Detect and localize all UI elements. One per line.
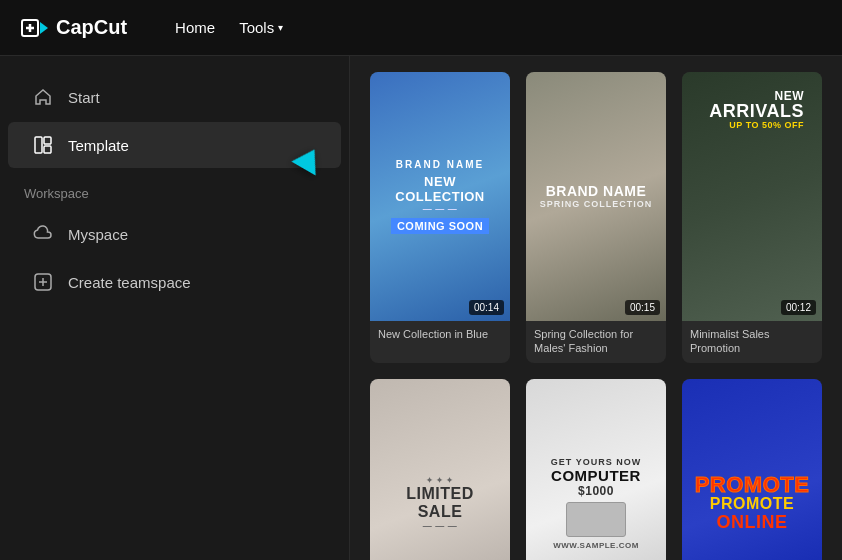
- card-thumb-5: GET YOURS NOW COMPUTER $1000 WWW.SAMPLE.…: [526, 379, 666, 560]
- sidebar-create-teamspace-label: Create teamspace: [68, 274, 191, 291]
- sidebar-item-start[interactable]: Start: [8, 74, 341, 120]
- card-thumb-3: NEW ARRIVALS UP TO 50% OFF 00:12: [682, 72, 822, 321]
- app-body: Start Template Workspace Myspace: [0, 56, 842, 560]
- sidebar-template-label: Template: [68, 137, 129, 154]
- card-label-2: Spring Collection for Males' Fashion: [526, 321, 666, 364]
- template-card-4[interactable]: ✦ ✦ ✦ LIMITEDSALE — — — 00:13 Limited Sa…: [370, 379, 510, 560]
- template-card-1[interactable]: BRAND NAME NEW COLLECTION — — — COMING S…: [370, 72, 510, 363]
- template-card-3[interactable]: NEW ARRIVALS UP TO 50% OFF 00:12 Minimal…: [682, 72, 822, 363]
- plus-icon: [32, 271, 54, 293]
- template-grid: BRAND NAME NEW COLLECTION — — — COMING S…: [370, 72, 822, 560]
- card-thumb-6: PROMOTE PROMOTE ONLINE 00:15: [682, 379, 822, 560]
- duration-badge-1: 00:14: [469, 300, 504, 315]
- sidebar-myspace-label: Myspace: [68, 226, 128, 243]
- main-content: BRAND NAME NEW COLLECTION — — — COMING S…: [350, 56, 842, 560]
- template-card-6[interactable]: PROMOTE PROMOTE ONLINE 00:15 Promote Onl…: [682, 379, 822, 560]
- duration-badge-3: 00:12: [781, 300, 816, 315]
- card-thumb-1: BRAND NAME NEW COLLECTION — — — COMING S…: [370, 72, 510, 321]
- main-nav: Home Tools ▾: [175, 19, 283, 36]
- logo-icon: [20, 14, 48, 42]
- nav-home[interactable]: Home: [175, 19, 215, 36]
- chevron-down-icon: ▾: [278, 22, 283, 33]
- home-icon: [32, 86, 54, 108]
- app-header: CapCut Home Tools ▾: [0, 0, 842, 56]
- cloud-icon: [32, 223, 54, 245]
- card-label-1: New Collection in Blue: [370, 321, 510, 349]
- sidebar-item-template[interactable]: Template: [8, 122, 341, 168]
- duration-badge-2: 00:15: [625, 300, 660, 315]
- workspace-label: Workspace: [0, 170, 349, 209]
- sidebar-start-label: Start: [68, 89, 100, 106]
- svg-rect-4: [35, 137, 42, 153]
- app-logo: CapCut: [20, 14, 127, 42]
- card-thumb-4: ✦ ✦ ✦ LIMITEDSALE — — — 00:13: [370, 379, 510, 560]
- template-card-2[interactable]: BRAND NAME SPRING COLLECTION 00:15 Sprin…: [526, 72, 666, 363]
- sidebar-item-myspace[interactable]: Myspace: [8, 211, 341, 257]
- svg-rect-6: [44, 146, 51, 153]
- card-label-3: Minimalist Sales Promotion: [682, 321, 822, 364]
- sidebar: Start Template Workspace Myspace: [0, 56, 350, 560]
- sidebar-item-create-teamspace[interactable]: Create teamspace: [8, 259, 341, 305]
- template-card-5[interactable]: GET YOURS NOW COMPUTER $1000 WWW.SAMPLE.…: [526, 379, 666, 560]
- logo-text: CapCut: [56, 16, 127, 39]
- svg-marker-1: [40, 22, 48, 34]
- svg-rect-5: [44, 137, 51, 144]
- template-icon: [32, 134, 54, 156]
- card-thumb-2: BRAND NAME SPRING COLLECTION 00:15: [526, 72, 666, 321]
- nav-tools[interactable]: Tools ▾: [239, 19, 283, 36]
